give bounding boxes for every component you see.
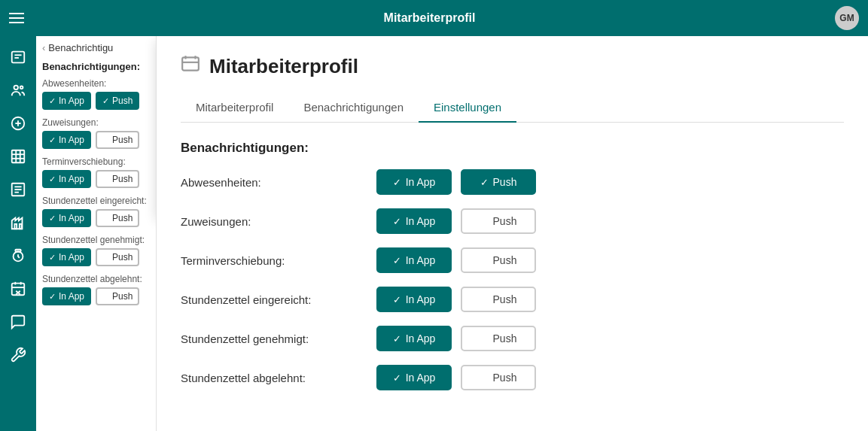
notification-row-1: Zuweisungen: ✓ In App ✓ Push — [181, 208, 844, 234]
inapp-checkbox[interactable]: ✓ In App — [42, 131, 91, 149]
svg-rect-8 — [12, 150, 25, 163]
inapp-label: In App — [406, 372, 436, 384]
push-label: Push — [493, 176, 517, 188]
page-header: Mitarbeiterprofil — [181, 54, 844, 78]
row-label: Zuweisungen: — [181, 215, 376, 228]
group-checkbox-row: ✓ In App ✓ Push — [42, 92, 150, 110]
inapp-checkbox[interactable]: ✓ In App — [42, 209, 91, 227]
group-checkbox-row: ✓ In App ✓ Push — [42, 170, 150, 188]
group-label: Terminverschiebung: — [42, 156, 150, 167]
main-inapp-btn-2[interactable]: ✓ In App — [376, 247, 452, 273]
group-checkbox-row: ✓ In App ✓ Push — [42, 209, 150, 227]
inapp-label: In App — [406, 293, 436, 305]
sidebar-icon-timeclock[interactable] — [3, 241, 33, 271]
main-content: Mitarbeiterprofil MitarbeiterprofilBenac… — [157, 36, 868, 431]
notification-rows: Abwesenheiten: ✓ In App ✓ Push Zuweisung… — [181, 169, 844, 390]
check-icon: ✓ — [393, 333, 401, 344]
notification-row-3: Stundenzettel eingereicht: ✓ In App ✓ Pu… — [181, 287, 844, 312]
left-group-3: Stundenzettel eingereicht: ✓ In App ✓ Pu… — [42, 196, 150, 227]
group-label: Stundenzettel genehmigt: — [42, 235, 150, 245]
row-controls: ✓ In App ✓ Push — [376, 287, 536, 312]
back-button[interactable]: ‹ — [42, 42, 45, 53]
breadcrumb: ‹ Benachrichtigu — [42, 42, 150, 53]
push-checkbox[interactable]: ✓ Push — [96, 209, 139, 227]
svg-rect-20 — [15, 250, 20, 252]
svg-point-3 — [14, 86, 19, 90]
notifications-section-title: Benachrichtigungen: — [181, 141, 844, 156]
notification-row-2: Terminverschiebung: ✓ In App ✓ Push — [181, 247, 844, 273]
left-section-title: Benachrichtigungen: — [42, 61, 150, 72]
main-inapp-btn-3[interactable]: ✓ In App — [376, 287, 452, 312]
main-push-btn-5[interactable]: ✓ Push — [461, 365, 536, 390]
main-inapp-btn-5[interactable]: ✓ In App — [376, 365, 452, 390]
row-label: Stundenzettel genehmigt: — [181, 332, 376, 345]
tab-einstellungen[interactable]: Einstellungen — [419, 93, 516, 123]
icon-sidebar — [0, 36, 36, 431]
check-icon: ✓ — [480, 177, 489, 188]
inapp-label: In App — [406, 215, 436, 227]
sidebar-icon-wrench[interactable] — [3, 340, 33, 370]
sidebar-icon-add[interactable] — [3, 108, 33, 138]
layout: ‹ Benachrichtigu Benachrichtigungen: Abw… — [0, 36, 868, 431]
group-label: Stundenzettel eingereicht: — [42, 196, 150, 206]
row-label: Stundenzettel abgelehnt: — [181, 372, 376, 384]
main-push-btn-3[interactable]: ✓ Push — [461, 287, 536, 312]
row-controls: ✓ In App ✓ Push — [376, 247, 536, 273]
left-notification-groups: Abwesenheiten: ✓ In App ✓ Push Zuweisung… — [42, 78, 150, 305]
sidebar-icon-list[interactable] — [3, 175, 33, 205]
page-title: Mitarbeiterprofil — [209, 55, 358, 78]
tab-mitarbeiterprofil[interactable]: Mitarbeiterprofil — [181, 93, 288, 123]
main-inapp-btn-1[interactable]: ✓ In App — [376, 208, 452, 234]
inapp-checkbox[interactable]: ✓ In App — [42, 287, 91, 305]
sidebar-icon-chat[interactable] — [3, 307, 33, 337]
inapp-checkbox[interactable]: ✓ In App — [42, 170, 91, 188]
group-label: Zuweisungen: — [42, 117, 150, 128]
main-inapp-btn-0[interactable]: ✓ In App — [376, 169, 452, 195]
sidebar-icon-grid[interactable] — [3, 141, 33, 171]
sidebar-icon-calendar-x[interactable] — [3, 274, 33, 304]
push-label: Push — [493, 215, 517, 227]
row-label: Abwesenheiten: — [181, 176, 376, 189]
hamburger-menu[interactable] — [9, 13, 24, 23]
left-group-1: Zuweisungen: ✓ In App ✓ Push — [42, 117, 150, 149]
left-group-2: Terminverschiebung: ✓ In App ✓ Push — [42, 156, 150, 188]
check-icon: ✓ — [393, 216, 401, 227]
dropdown-menu: MitarbeiterprofilBenachrichtigungenStund… — [156, 36, 157, 218]
check-icon: ✓ — [393, 177, 401, 188]
main-push-btn-1[interactable]: ✓ Push — [461, 208, 536, 234]
tabs: MitarbeiterprofilBenachrichtigungenEinst… — [181, 93, 844, 123]
check-icon: ✓ — [393, 255, 401, 266]
push-checkbox[interactable]: ✓ Push — [96, 92, 139, 110]
notification-row-5: Stundenzettel abgelehnt: ✓ In App ✓ Push — [181, 365, 844, 390]
notification-row-4: Stundenzettel genehmigt: ✓ In App ✓ Push — [181, 326, 844, 351]
main-push-btn-4[interactable]: ✓ Push — [461, 326, 536, 351]
inapp-checkbox[interactable]: ✓ In App — [42, 92, 91, 110]
main-inapp-btn-4[interactable]: ✓ In App — [376, 326, 452, 351]
avatar[interactable]: GM — [835, 6, 859, 30]
check-icon: ✓ — [393, 294, 401, 305]
main-push-btn-0[interactable]: ✓ Push — [461, 169, 536, 195]
nav-title: Mitarbeiterprofil — [33, 11, 826, 25]
sidebar-icon-factory[interactable] — [3, 208, 33, 238]
inapp-label: In App — [406, 176, 436, 188]
push-label: Push — [493, 254, 517, 266]
row-label: Terminverschiebung: — [181, 254, 376, 267]
notification-row-0: Abwesenheiten: ✓ In App ✓ Push — [181, 169, 844, 195]
check-icon: ✓ — [393, 372, 401, 384]
left-group-0: Abwesenheiten: ✓ In App ✓ Push — [42, 78, 150, 110]
push-checkbox[interactable]: ✓ Push — [96, 248, 139, 266]
row-controls: ✓ In App ✓ Push — [376, 365, 536, 390]
sidebar-icon-profile[interactable] — [3, 42, 33, 72]
push-checkbox[interactable]: ✓ Push — [96, 287, 139, 305]
push-checkbox[interactable]: ✓ Push — [96, 131, 139, 149]
left-panel: ‹ Benachrichtigu Benachrichtigungen: Abw… — [36, 36, 157, 431]
inapp-checkbox[interactable]: ✓ In App — [42, 248, 91, 266]
push-checkbox[interactable]: ✓ Push — [96, 170, 139, 188]
sidebar-icon-people[interactable] — [3, 75, 33, 105]
main-push-btn-2[interactable]: ✓ Push — [461, 247, 536, 273]
push-label: Push — [493, 293, 517, 305]
top-nav: Mitarbeiterprofil GM — [0, 0, 868, 36]
tab-benachrichtigungen[interactable]: Benachrichtigungen — [288, 93, 419, 123]
left-group-4: Stundenzettel genehmigt: ✓ In App ✓ Push — [42, 235, 150, 266]
svg-rect-18 — [20, 224, 22, 229]
